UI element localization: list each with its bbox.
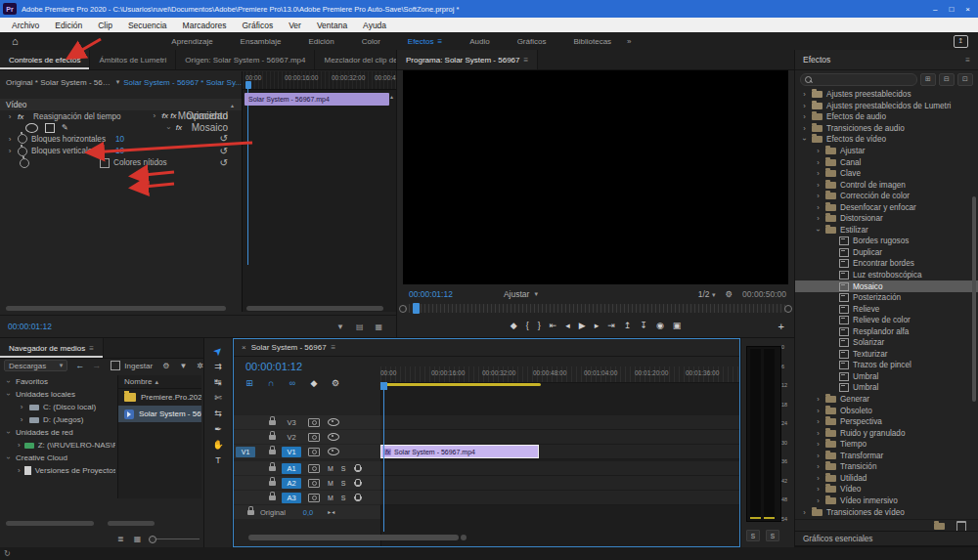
comparison-view-button[interactable]: ▣ — [673, 321, 682, 330]
close-window-button[interactable]: × — [965, 5, 970, 14]
horizontal-scrollbar[interactable] — [108, 521, 155, 526]
chevron-icon[interactable] — [815, 417, 822, 426]
work-area-bar[interactable] — [380, 383, 541, 386]
ripple-edit-tool[interactable]: ↹ — [214, 377, 222, 387]
workspace-tab[interactable]: Ensamblaje ≡ — [229, 37, 293, 46]
lift-button[interactable]: ↥ — [624, 321, 632, 330]
track-target-button[interactable]: A1 — [282, 463, 301, 474]
source-patch-badge[interactable]: V1 — [236, 447, 255, 457]
chevron-icon[interactable] — [815, 440, 822, 449]
button-editor-button[interactable]: + — [778, 321, 784, 332]
audio-track-header[interactable]: A3 M S — [234, 491, 380, 504]
program-tab[interactable]: Programa: Solar System - 56967 ≡ — [397, 50, 538, 69]
voiceover-mic-icon[interactable] — [355, 479, 361, 487]
track-target-button[interactable]: V2 — [282, 432, 301, 443]
quick-export-icon[interactable]: ↥ — [954, 35, 968, 48]
workspace-tab[interactable]: Color ≡ — [350, 37, 392, 46]
panel-menu-icon[interactable]: ≡ — [89, 344, 94, 353]
menu-item[interactable]: Gráficos — [234, 21, 281, 30]
ingest-settings-wrench-icon[interactable]: ⚙ — [162, 362, 169, 370]
panel-tab[interactable]: Ámbitos de Lumetri — [90, 50, 176, 69]
export-frame-button[interactable]: ◉ — [656, 321, 664, 330]
effects-tree-item[interactable]: Efectos de vídeo — [795, 134, 978, 146]
collapse-icon[interactable]: ▴ — [390, 93, 393, 100]
filter-icon[interactable]: ▼ — [179, 362, 187, 370]
sync-lock-icon[interactable] — [308, 448, 320, 456]
nested-sequence-toggle[interactable]: ⊞ — [244, 378, 255, 388]
media-tree-item[interactable]: Z: (\\RUVELRO-NAS\Retro — [0, 439, 115, 452]
effects-tree-item[interactable]: Vídeo inmersivo — [795, 495, 978, 507]
stopwatch-icon[interactable] — [18, 134, 27, 144]
effects-tree-item[interactable]: Transiciones de audio — [795, 123, 978, 135]
program-scrubber[interactable] — [405, 304, 786, 313]
fit-dropdown[interactable]: Ajustar ▾ — [504, 289, 538, 299]
effects-tree-item[interactable]: Tiempo — [795, 439, 978, 451]
create-ellipse-mask-button[interactable] — [25, 123, 38, 133]
vertical-scrollbar[interactable] — [972, 196, 976, 402]
chevron-icon[interactable] — [801, 508, 808, 517]
mark-in-button[interactable]: { — [526, 321, 529, 330]
ingest-checkbox[interactable] — [111, 361, 120, 370]
track-lane[interactable] — [380, 461, 739, 476]
panel-menu-icon[interactable]: ≡ — [524, 56, 529, 65]
step-back-button[interactable]: ◂ — [565, 321, 570, 330]
voiceover-mic-icon[interactable] — [355, 464, 361, 472]
scrubber-playhead[interactable] — [413, 303, 420, 314]
menu-item[interactable]: Ventana — [309, 21, 355, 30]
mini-timeline-ruler[interactable]: 00:00 00:00:16:00 00:00:32:00 00:00:4 — [243, 71, 396, 90]
chevron-icon[interactable] — [815, 169, 822, 178]
program-video-viewport[interactable] — [403, 70, 788, 284]
solo-button[interactable]: S — [341, 465, 346, 472]
effects-tree-item[interactable]: Ajustes preestablecidos de Lumetri — [795, 101, 978, 112]
effects-tree-item[interactable]: Relieve de color — [795, 315, 978, 326]
close-icon[interactable]: × — [242, 343, 246, 352]
filter-icon[interactable]: ▼ — [336, 323, 344, 331]
timeline-horizontal-scrollbar[interactable] — [248, 535, 459, 540]
playback-resolution-dropdown[interactable]: 1/2 ▾ — [698, 289, 716, 299]
sync-lock-icon[interactable] — [308, 433, 320, 442]
effects-tree-item[interactable]: Obsoleto — [795, 405, 978, 416]
effects-tree-item[interactable]: Ruido y granulado — [795, 427, 978, 439]
effect-checkbox-row[interactable]: Colores nítidos ↺ — [0, 157, 242, 169]
effects-tree-item[interactable]: Texturizar — [795, 349, 978, 361]
effects-tree-item[interactable]: Clave — [795, 168, 978, 180]
extract-button[interactable]: ↧ — [640, 321, 647, 330]
track-target-button[interactable]: V3 — [282, 417, 301, 428]
sync-lock-icon[interactable] — [308, 418, 320, 427]
chevron-icon[interactable] — [6, 147, 14, 155]
effects-tree-item[interactable]: Transiciones de vídeo — [795, 506, 978, 518]
menu-item[interactable]: Clip — [90, 21, 120, 30]
effects-tree-item[interactable]: Resplandor alfa — [795, 325, 978, 337]
zoom-slider-knob[interactable] — [149, 536, 156, 543]
effects-tree-item[interactable]: Transición — [795, 461, 978, 473]
add-marker-button[interactable]: ◆ — [511, 321, 517, 330]
collapse-icon[interactable]: ▴ — [231, 102, 234, 108]
chevron-icon[interactable] — [801, 90, 808, 99]
workspace-tab[interactable]: Efectos ≡ — [396, 37, 454, 46]
panel-menu-icon[interactable]: ≡ — [332, 343, 336, 352]
effects-tree-item[interactable]: Luz estroboscópica — [795, 270, 978, 281]
effects-tree-item[interactable]: Bordes rugosos — [795, 236, 978, 247]
timeline-tab[interactable]: Solar System - 56967 — [251, 343, 327, 352]
chevron-icon[interactable] — [18, 466, 21, 475]
home-icon[interactable]: ⌂ — [12, 35, 19, 47]
panel-tab[interactable]: Controles de efectos — [0, 50, 90, 69]
selection-tool[interactable]: ➤ — [211, 344, 225, 358]
yuv-filter-button[interactable]: ⊡ — [957, 73, 973, 86]
settings-wrench-icon[interactable]: ⚙ — [725, 289, 733, 299]
panel-menu-icon[interactable]: ≡ — [965, 56, 970, 65]
chevron-icon[interactable] — [800, 136, 809, 143]
media-tree-item[interactable]: Favoritos — [0, 375, 115, 388]
effects-tree-item[interactable]: Solarizar — [795, 337, 978, 349]
sequence-clip-selector[interactable]: Solar System - 56967 * Solar Sy... — [123, 78, 242, 87]
param-value[interactable]: 10 — [115, 147, 124, 155]
pen-tool[interactable]: ✒ — [214, 424, 222, 434]
effects-tree-item[interactable]: Umbral — [795, 382, 978, 394]
chevron-icon[interactable] — [815, 407, 822, 415]
chevron-down-icon[interactable]: ▾ — [116, 78, 120, 86]
go-to-in-button[interactable]: ⇤ — [550, 321, 557, 330]
stopwatch-icon[interactable] — [18, 147, 27, 156]
track-visibility-eye-icon[interactable] — [328, 433, 339, 441]
media-tree-item[interactable]: Creative Cloud — [0, 452, 115, 464]
add-marker-button[interactable]: ◆ — [308, 378, 320, 388]
